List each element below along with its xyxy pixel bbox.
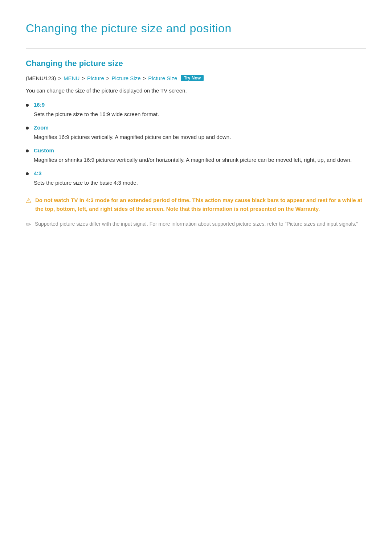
bullet-dot-169 [26,104,29,107]
bullet-term-43: 4:3 [34,170,366,176]
bullet-dot-custom [26,149,29,152]
section-title: Changing the picture size [26,59,366,68]
warning-text: Do not watch TV in 4:3 mode for an exten… [35,196,366,213]
bullet-desc-43: Sets the picture size to the basic 4:3 m… [34,180,138,186]
bullet-content-zoom: Zoom Magnifies 16:9 pictures vertically.… [34,124,366,141]
warning-icon: ⚠ [26,197,32,205]
bullet-content-43: 4:3 Sets the picture size to the basic 4… [34,170,366,187]
note-text: Supported picture sizes differ with the … [35,220,358,228]
breadcrumb-sep-2: > [82,75,85,81]
bullet-desc-custom: Magnifies or shrinks 16:9 pictures verti… [34,157,352,163]
breadcrumb-picture[interactable]: Picture [87,75,104,81]
list-item-169: 16:9 Sets the picture size to the 16:9 w… [26,102,366,119]
bullet-term-zoom: Zoom [34,124,366,131]
bullet-list: 16:9 Sets the picture size to the 16:9 w… [26,102,366,187]
breadcrumb-sep-3: > [106,75,110,81]
warning-box: ⚠ Do not watch TV in 4:3 mode for an ext… [26,196,366,213]
bullet-term-169: 16:9 [34,102,366,108]
bullet-dot-zoom [26,127,29,130]
bullet-term-custom: Custom [34,147,366,153]
page-main-title: Changing the picture size and position [26,22,366,35]
breadcrumb-sep-4: > [143,75,146,81]
bullet-content-custom: Custom Magnifies or shrinks 16:9 picture… [34,147,366,164]
breadcrumb: (MENU/123) > MENU > Picture > Picture Si… [26,75,366,81]
breadcrumb-menu123: (MENU/123) [26,75,56,81]
list-item-zoom: Zoom Magnifies 16:9 pictures vertically.… [26,124,366,141]
list-item-custom: Custom Magnifies or shrinks 16:9 picture… [26,147,366,164]
intro-text: You can change the size of the picture d… [26,86,366,95]
breadcrumb-picture-size-1[interactable]: Picture Size [112,75,141,81]
breadcrumb-menu[interactable]: MENU [64,75,79,81]
breadcrumb-picture-size-2[interactable]: Picture Size [148,75,177,81]
breadcrumb-sep-1: > [58,75,61,81]
bullet-dot-43 [26,172,29,175]
bullet-desc-169: Sets the picture size to the 16:9 wide s… [34,111,159,117]
note-box: ✏ Supported picture sizes differ with th… [26,220,366,229]
try-now-badge[interactable]: Try Now [181,75,204,81]
note-pencil-icon: ✏ [26,221,31,229]
bullet-content-169: 16:9 Sets the picture size to the 16:9 w… [34,102,366,119]
bullet-desc-zoom: Magnifies 16:9 pictures vertically. A ma… [34,134,231,140]
section-divider [26,48,366,49]
list-item-43: 4:3 Sets the picture size to the basic 4… [26,170,366,187]
